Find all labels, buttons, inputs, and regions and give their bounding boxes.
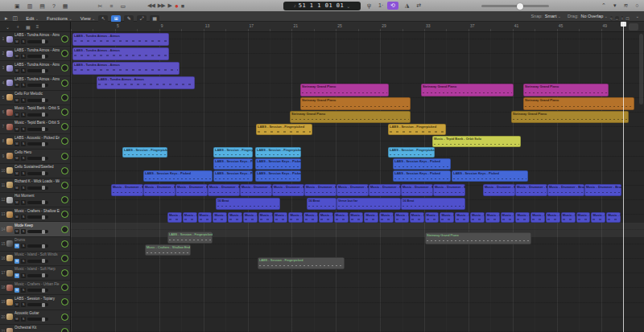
region[interactable]: Steinway Grand Piano (511, 111, 629, 123)
volume-thumb[interactable] (42, 171, 45, 175)
mute-button[interactable]: M (14, 273, 19, 278)
solo-button[interactable]: S (21, 259, 26, 264)
pan-knob[interactable] (61, 64, 68, 72)
track-row[interactable]: 9Cello HeroMS (0, 150, 70, 164)
solo-button[interactable]: S (21, 273, 26, 278)
pan-knob[interactable] (61, 298, 68, 305)
region[interactable]: Music - Outflow (349, 212, 364, 223)
mute-button[interactable]: M (14, 39, 19, 44)
mute-button[interactable]: M (14, 54, 19, 59)
bar-ruler[interactable]: 5913172125293337414549 (71, 22, 644, 32)
track-row[interactable]: 11Richard K - Wick Loads - WeaverMS (0, 178, 70, 193)
region[interactable]: Music - Crafters - Shallow End (145, 244, 191, 256)
solo-button[interactable]: S (21, 229, 26, 234)
count-in-icon[interactable]: 1· (377, 2, 385, 9)
region[interactable]: Music - Outflow (228, 212, 242, 223)
pan-knob[interactable] (61, 153, 68, 160)
region[interactable]: LABS - Session Keys - Picked (213, 158, 253, 170)
region[interactable]: LABS - Session Keys - Picked (255, 158, 301, 170)
region[interactable]: Music - Outflow (258, 212, 273, 223)
track-row[interactable]: 12Hot MomentMS (0, 193, 70, 207)
region[interactable]: Music - Drummer - Brooklyn (143, 184, 175, 196)
region[interactable]: Music - Outflow (440, 212, 454, 223)
mute-button[interactable]: M (14, 141, 19, 146)
waveform-zoom-icon[interactable]: ≈ (610, 16, 613, 21)
track-row[interactable]: 8LABS - Acoustic - Picked EnsembleMS (0, 134, 70, 149)
tuner-icon[interactable]: ψ (365, 2, 373, 9)
track-row[interactable]: 18Music - Crafters - Urban FleMS (0, 281, 70, 295)
region[interactable]: LABS - Session - Fingerpicked (388, 147, 435, 158)
add-track-icon[interactable]: ＋ (15, 23, 20, 31)
solo-button[interactable]: S (21, 215, 26, 219)
volume-slider[interactable] (27, 303, 48, 306)
mute-button[interactable]: M (14, 186, 19, 191)
solo-button[interactable]: S (21, 288, 26, 293)
volume-thumb[interactable] (42, 303, 45, 307)
volume-thumb[interactable] (42, 127, 45, 131)
pan-knob[interactable] (61, 50, 68, 57)
region[interactable]: Music - Drummer - Brooklyn (208, 184, 240, 196)
mute-button[interactable]: M (14, 113, 19, 117)
region[interactable]: LABS - Session - Fingerpicked (256, 124, 312, 135)
region[interactable]: Steinway Grand Piano (290, 111, 411, 123)
region[interactable]: Music - Drummer - Brooklyn (175, 184, 208, 196)
region[interactable]: LABS - Tundra Atmos - Atmos (97, 76, 195, 89)
solo-button[interactable]: S (21, 83, 26, 88)
mute-button[interactable]: M (14, 171, 19, 176)
region[interactable]: Music - Outflow (606, 212, 621, 223)
solo-button[interactable]: S (21, 317, 26, 322)
region[interactable]: Music - Outflow (530, 212, 545, 223)
menu-functions[interactable]: Functions (47, 16, 72, 21)
display-mode-icon[interactable]: ▾ (612, 2, 618, 9)
region[interactable]: LABS - Session Keys - Picked (393, 158, 451, 170)
region[interactable]: Steinway Grand Piano (425, 232, 531, 244)
region[interactable]: Music - Outflow (319, 212, 333, 223)
region[interactable]: Music - Drummer - Brooklyn (433, 184, 465, 196)
solo-button[interactable]: S (21, 171, 26, 176)
volume-thumb[interactable] (42, 98, 45, 102)
snap-select[interactable]: Smart (545, 14, 561, 18)
region[interactable]: Steinway Grand Piano (300, 97, 411, 110)
volume-thumb[interactable] (42, 55, 45, 59)
region[interactable]: Music - Drummer - Brooklyn (240, 184, 272, 196)
region[interactable]: LABS - Session Keys - Picked (255, 170, 301, 182)
pan-knob[interactable] (61, 240, 68, 248)
volume-thumb[interactable] (42, 84, 45, 88)
lcd-dropdown-icon[interactable]: ⌄ (346, 3, 350, 9)
region[interactable]: Music - Drummer - Brooklyn (369, 184, 401, 196)
region[interactable]: Steinway Grand Piano (421, 84, 514, 96)
region[interactable]: Music - Outflow (213, 212, 227, 223)
volume-slider[interactable] (27, 142, 48, 146)
pan-knob[interactable] (61, 167, 68, 174)
region[interactable]: Music - Outflow (591, 212, 605, 223)
track-row[interactable]: 7Music - Tepid Bank - Orbit SoloMS (0, 120, 70, 134)
region[interactable]: LABS - Tundra Atmos - Atmos (72, 62, 180, 75)
region[interactable]: Verve but far (336, 198, 401, 210)
share-icon[interactable]: ⌃ (600, 2, 608, 9)
volume-slider[interactable] (27, 230, 48, 233)
solo-button[interactable]: S (21, 141, 26, 146)
region[interactable]: Steinway Grand Piano (300, 84, 389, 96)
menu-edit[interactable]: Edit (26, 16, 39, 21)
mute-button[interactable]: M (14, 68, 19, 73)
hide-tracks-icon[interactable]: ▸ (5, 15, 8, 21)
forward-button[interactable]: ▶▶ (158, 2, 165, 9)
lcd-display[interactable]: ♪ 51 1 1 01 01 ⌄ (283, 2, 361, 10)
solo-button[interactable]: S (21, 54, 26, 59)
solo-button[interactable]: S (21, 156, 26, 161)
region[interactable]: Music - Outflow (425, 212, 440, 223)
menubar-overflow-chevron[interactable]: ⌄ (635, 14, 639, 18)
solo-button[interactable]: S (21, 186, 26, 191)
region[interactable]: Steinway Grand Piano (523, 97, 634, 110)
volume-thumb[interactable] (42, 318, 45, 322)
region[interactable]: Music - Drummer - Brooklyn (272, 184, 304, 196)
flex-icon[interactable]: ≋ (621, 2, 630, 9)
mute-button[interactable]: M (14, 302, 19, 307)
menu-view[interactable]: View (80, 16, 96, 21)
pan-knob[interactable] (61, 269, 68, 277)
region[interactable]: LABS - Session - Fingerpicked (258, 257, 345, 269)
track-alternatives-icon[interactable]: ▦ (26, 24, 31, 30)
track-row[interactable]: 6Music - Tepid Bank - Orbit SoloMS (0, 105, 70, 120)
volume-thumb[interactable] (42, 273, 45, 277)
track-row[interactable]: 4LABS - Tundra Atmos - AtmosMS (0, 76, 70, 91)
